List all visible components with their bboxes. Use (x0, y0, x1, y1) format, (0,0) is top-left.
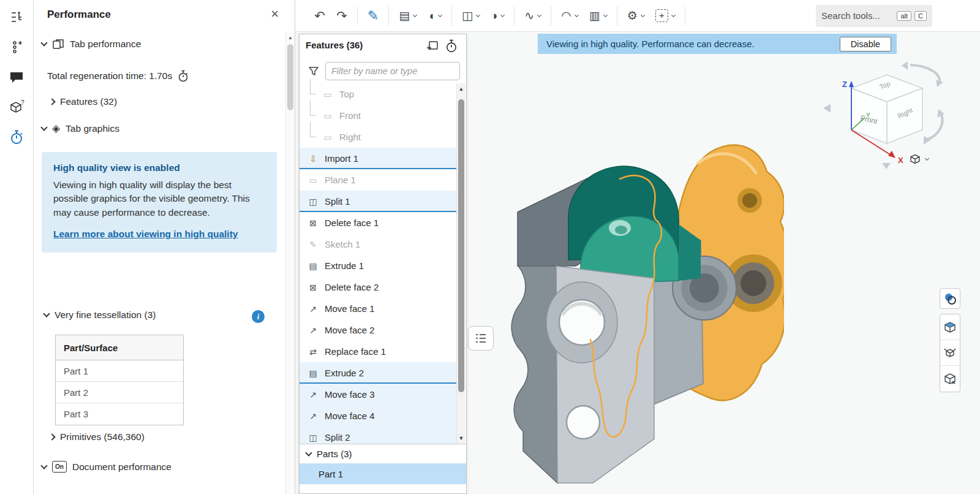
filter-row (300, 59, 466, 83)
table-row[interactable]: Part 2 (56, 382, 183, 403)
fillet-button[interactable]: ◠ (556, 7, 584, 24)
scroll-down-icon[interactable]: ▼ (457, 435, 466, 441)
chevron-down-icon[interactable] (305, 449, 312, 456)
performance-scrollbar[interactable]: ▲ (285, 32, 295, 494)
scroll-up-icon[interactable]: ▲ (457, 86, 466, 92)
chevron-down-icon[interactable] (476, 13, 480, 17)
comments-panel-button[interactable] (7, 67, 26, 87)
viewcube-menu-button[interactable] (909, 153, 929, 164)
tessellation-section-header[interactable]: Very fine tessellation (3) (44, 310, 156, 321)
scrollbar-thumb[interactable] (458, 99, 464, 392)
sweep-button[interactable]: ∿ (519, 7, 546, 24)
insert-panel-button[interactable] (7, 37, 26, 57)
document-performance-section-header[interactable]: On Document performance (42, 461, 172, 473)
feature-row[interactable]: ⇄ Replace face 1 (300, 341, 456, 362)
search-tools-box[interactable]: Search tools... alt C (816, 5, 932, 27)
redo-button[interactable]: ↷ (331, 9, 353, 23)
appearance-button[interactable] (940, 288, 960, 309)
close-icon[interactable]: × (271, 6, 279, 22)
feature-list-panel-button[interactable] (7, 7, 26, 27)
feature-type-icon: ◫ (307, 197, 319, 207)
chevron-down-icon[interactable] (603, 13, 608, 17)
extrude-button[interactable]: ▤ (393, 7, 422, 24)
features-scrollbar[interactable]: ▲ ▼ (456, 83, 466, 444)
boolean-button[interactable]: ◑ (485, 7, 510, 24)
feature-row[interactable]: ↗ Move face 3 (300, 384, 456, 405)
custom-feature-button[interactable]: ⚙ (622, 7, 650, 24)
add-folder-icon[interactable] (426, 40, 439, 55)
toolbar-divider (451, 6, 452, 26)
table-header: Part/Surface (56, 335, 183, 360)
exploded-view-button[interactable] (940, 340, 960, 366)
filter-input[interactable] (325, 62, 460, 80)
part-row[interactable]: Part 1 (300, 463, 466, 484)
chevron-down-icon[interactable] (438, 13, 442, 17)
feature-row[interactable]: ⊠ Delete face 1 (300, 212, 456, 234)
3d-model[interactable] (490, 120, 784, 494)
bore-hole-1[interactable] (559, 300, 605, 345)
chevron-down-icon[interactable] (40, 462, 47, 469)
tool-icon: ⚙ (627, 10, 638, 21)
feature-row[interactable]: ▭ Right (300, 126, 456, 148)
bore-hole-2[interactable] (567, 406, 600, 439)
scrollbar-thumb[interactable] (287, 44, 293, 110)
rotate-left-icon[interactable] (823, 104, 831, 113)
tab-graphics-section-header[interactable]: ◈ Tab graphics (42, 122, 119, 135)
table-body: Part 1 Part 2 Part 3 (56, 360, 183, 425)
feature-row[interactable]: ▭ Front (300, 105, 456, 126)
isolate-button[interactable] (940, 366, 960, 392)
feature-row[interactable]: ▭ Plane 1 (300, 169, 456, 191)
info-icon[interactable]: i (252, 310, 265, 323)
feature-row[interactable]: ↗ Move face 4 (300, 405, 456, 427)
select-button[interactable]: + (650, 7, 680, 25)
feature-row[interactable]: ▤ Extrude 2 (300, 362, 456, 384)
section-view-button[interactable] (940, 314, 960, 340)
toolbar-divider (617, 6, 617, 26)
rotate-arrow-icon[interactable] (910, 65, 940, 82)
chevron-down-icon[interactable] (537, 13, 541, 17)
chevron-down-icon[interactable] (641, 13, 645, 17)
disable-button[interactable]: Disable (840, 37, 891, 51)
tool-icon: ▥ (589, 10, 600, 21)
chevron-down-icon[interactable] (500, 13, 505, 17)
features-collapsed-row[interactable]: Features (32) (48, 96, 117, 107)
chevron-right-icon[interactable] (48, 433, 55, 440)
chevron-down-icon[interactable] (40, 124, 47, 131)
pattern-button[interactable]: ▥ (584, 7, 612, 24)
teal-hole[interactable] (615, 226, 627, 234)
sketch-button[interactable]: ✎ (362, 7, 384, 25)
tab-performance-section-header[interactable]: Tab performance (42, 39, 141, 50)
feature-row[interactable]: ▤ Extrude 1 (300, 255, 456, 276)
feature-row[interactable]: ◫ Split 1 (300, 191, 456, 212)
feature-row[interactable]: ↗ Move face 1 (300, 298, 456, 319)
feature-row[interactable]: ⊠ Delete face 2 (300, 276, 456, 298)
chevron-down-icon[interactable] (925, 156, 929, 160)
parts-section-header[interactable]: Parts (3) (300, 444, 466, 463)
split-button[interactable]: ◫ (456, 7, 485, 24)
stopwatch-icon[interactable] (445, 39, 458, 55)
chevron-down-icon[interactable] (671, 13, 676, 17)
feature-row[interactable]: ⇩ Import 1 (300, 148, 456, 169)
rotate-down-icon[interactable] (882, 163, 891, 169)
feature-row[interactable]: ✎ Sketch 1 (300, 234, 456, 255)
rotate-arrow-icon[interactable] (926, 113, 943, 140)
tessellation-label: Very fine tessellation (3) (55, 310, 156, 321)
help-panel-button[interactable]: ? (7, 97, 26, 117)
table-row[interactable]: Part 1 (56, 360, 183, 382)
feature-row[interactable]: ↗ Move face 2 (300, 319, 456, 341)
performance-panel-button[interactable] (7, 127, 26, 147)
chevron-down-icon[interactable] (40, 39, 47, 46)
feature-row[interactable]: ▭ Top (300, 83, 456, 105)
chevron-down-icon[interactable] (43, 310, 50, 317)
scroll-up-icon[interactable]: ▲ (286, 35, 295, 40)
gray-left-face[interactable] (511, 266, 557, 483)
chevron-down-icon[interactable] (413, 13, 417, 17)
undo-button[interactable]: ↶ (309, 9, 331, 23)
primitives-collapsed-row[interactable]: Primitives (546,360) (48, 431, 145, 443)
chevron-right-icon[interactable] (48, 98, 55, 105)
table-row[interactable]: Part 3 (56, 403, 183, 425)
revolve-button[interactable]: ◖ (422, 7, 447, 24)
learn-more-link[interactable]: Learn more about viewing in high quality (53, 227, 252, 241)
features-list-toggle-button[interactable] (468, 326, 494, 351)
chevron-down-icon[interactable] (575, 13, 579, 17)
